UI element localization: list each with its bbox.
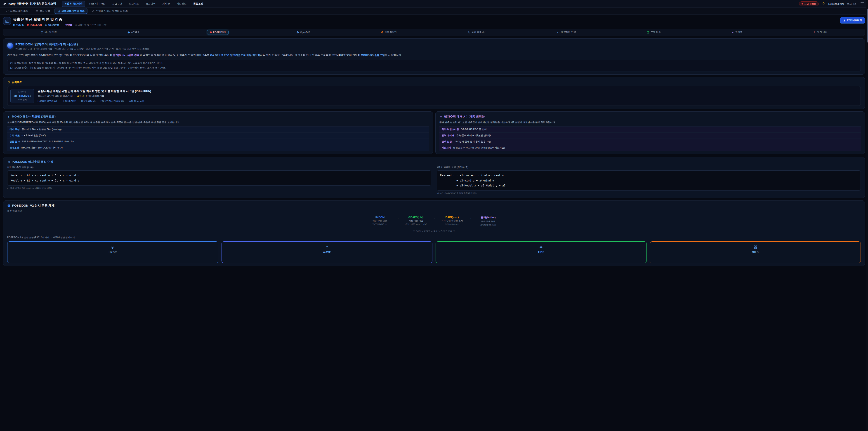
- optimization-spec-table: 최적화 알고리즘GA·DE·HS·PSO 중 선택 입력 데이터유속·풍속 벡터…: [439, 126, 861, 151]
- patent-number-label: 등록번호: [13, 91, 31, 94]
- nav-item-weather[interactable]: 기상정보: [174, 1, 189, 7]
- red-dot-icon: [210, 31, 212, 33]
- model2-label: 제2 입자추적 모델 (최적화 후): [437, 166, 861, 169]
- drifter-highlight: 뜰개(Drifter) 관측 경로: [113, 54, 140, 57]
- rocket-icon: [813, 31, 816, 34]
- app-title: 해양환경 위기대응 통합시스템: [17, 2, 56, 6]
- badge-poseidon: POSEIDON: [27, 24, 42, 26]
- logout-button[interactable]: 로그아웃: [847, 2, 857, 5]
- chip-weathering[interactable]: 풍화 프로세스: [465, 30, 489, 35]
- patent-meta: 발명자김도연·김용혁·김충기 외|출원인(주)아라종합기술: [37, 94, 151, 98]
- pdf-download-icon: [843, 19, 846, 22]
- nav-item-hns[interactable]: HNS·대기확산: [87, 1, 108, 7]
- source-dain: DAIN(.enc) 격자·수심·해안선·조석 정적 버전데이터: [438, 216, 466, 226]
- nav-item-reports[interactable]: 보고자료: [126, 1, 141, 7]
- user-name: Eunjeong Kim: [829, 2, 844, 5]
- wing-logo-icon: [3, 2, 7, 6]
- book-icon: [10, 62, 13, 65]
- tab-analysis-list[interactable]: 분석 목록: [33, 8, 53, 14]
- chip-system-overview[interactable]: 시스템 개요: [38, 30, 60, 35]
- formulas-section: POSEIDON 입자추적 핵심 수식 제1 입자추적 모델 (기본) Mode…: [3, 157, 865, 198]
- patent-box: 등록번호 10-1868791 2018 등록 유출유 확산 예측을 위한 입자…: [7, 86, 861, 106]
- module-icon: [7, 204, 10, 207]
- cloud-icon: [557, 31, 560, 34]
- patent-number-box: 등록번호 10-1868791 2018 등록: [10, 89, 34, 103]
- model1-caption: c : 풍속 가중치 (예: c=0.3 → 바람의 30% 반영): [7, 187, 431, 190]
- chip-future-direction[interactable]: 발전 방향: [810, 30, 830, 35]
- mohid-description: 포르투갈 IST/MARETEC에서 1985년부터 개발한 3D 수치 해양순…: [7, 120, 429, 124]
- patent-algorithm-chips: GA(유전알고리즘) DE(차분진화) HS(화음탐색) PSO(입자군집최적화…: [37, 100, 151, 103]
- patent-section: 등록특허 등록번호 10-1868791 2018 등록 유출유 확산 예측을 …: [3, 77, 865, 109]
- spec-row: 검증 결과SST RMSE 0.42~0.78°C, SLA RMSE 0.11…: [7, 139, 429, 145]
- incident-dot-icon: [802, 3, 803, 4]
- source-gdaps: GDAPS(UM) 바람·기온·기압 g512_v070_erea_*.grb2: [402, 216, 430, 225]
- incident-badge-label: 사고 진행중: [804, 2, 816, 5]
- model2-block: 제2 입자추적 모델 (최적화 후) Revised_x = a1·curren…: [437, 166, 861, 195]
- nav-item-board[interactable]: 게시판: [160, 1, 172, 7]
- data-prep-note: ▼ DATA → PREP → 격자 보간/좌표 변환 ▼: [7, 230, 861, 233]
- spec-row: 입력 데이터유속·풍속 벡터 + 제1모델 변화량: [439, 133, 861, 139]
- chip-de[interactable]: DE(차분진화): [62, 100, 76, 103]
- tab-oil-fence-theory[interactable]: 오일펜스 배치 알고리즘 이론: [89, 8, 131, 14]
- reference-1: 참고문헌 ① : 김도연·김용혁, "유출유 확산 예측을 위한 입자 추적 모…: [10, 62, 858, 65]
- chip-kosps[interactable]: KOSPS: [125, 30, 142, 35]
- reference-2: 참고문헌 ② : 이재호·임별라·김도연 외, "2016년 동아시아 해역의 …: [10, 66, 858, 69]
- page-subtitle: 라그랑지안 입자추적 이론 기반: [75, 23, 106, 26]
- chip-ocean-input[interactable]: 해양환경 입력: [554, 30, 579, 35]
- chip-hs[interactable]: HS(화음탐색): [81, 100, 96, 103]
- ring-dot-icon: [45, 24, 47, 26]
- nav-item-aerial-search[interactable]: 항공탐색: [143, 1, 158, 7]
- chip-poseidon[interactable]: POSEIDON: [207, 30, 228, 35]
- model2-caption: a1~a7 : GA/DE/PSO로 최적화된 매개변수: [437, 192, 861, 195]
- wind-icon: [467, 31, 470, 34]
- chip-particle-tracking[interactable]: 입자추적법: [378, 30, 400, 35]
- poseidon-section: POSEIDON (입자추적 최적화 예측 시스템) 한국해양연구원 · (주)…: [3, 38, 865, 74]
- module-hydr[interactable]: HYDR: [7, 241, 218, 263]
- flask-icon: [92, 10, 94, 12]
- book-icon: [10, 67, 13, 69]
- lightning-icon: [732, 31, 734, 34]
- nav-item-oil-spill-forecast[interactable]: 유출유 확산예측: [62, 1, 85, 7]
- oil-grid-icon: [753, 245, 757, 249]
- ring-dot-icon: [297, 31, 299, 33]
- pdf-export-button[interactable]: PDF 내보내기: [840, 17, 865, 24]
- chip-drifter-assimilation[interactable]: 뜰개 자동 동화: [129, 100, 144, 103]
- poseidon-title: POSEIDON (입자추적 최적화 예측 시스템): [16, 42, 149, 47]
- chip-model-validation[interactable]: 모델 검증: [644, 30, 664, 35]
- spec-row: 지원과제행정안전부 KCG-01-2017-05 (해양경비지원기술): [439, 145, 861, 151]
- module-tide[interactable]: TIDE: [436, 241, 647, 263]
- brand-name: Wing: [8, 2, 16, 5]
- optimization-description: 뜰개 관측 경로와 제1 모델 예측값의 단위시간별 변화량을 비교하여 제2 …: [439, 120, 861, 124]
- incident-status-badge[interactable]: 사고 진행중: [799, 1, 819, 6]
- menu-icon[interactable]: [860, 2, 865, 6]
- water-icon: [111, 245, 115, 249]
- badge-ensemble: 앙상블: [62, 23, 72, 26]
- page-header: 유출유 확산 모델 이론 및 검증 KOSPS POSEIDON: [3, 17, 865, 26]
- module-oils[interactable]: OILS: [650, 241, 861, 263]
- chip-opendrift[interactable]: OpenDrift: [293, 30, 313, 35]
- module-wave[interactable]: WAVE: [221, 241, 433, 263]
- chip-pso[interactable]: PSO(입자군집최적화): [101, 100, 124, 103]
- main-nav: 유출유 확산예측 HNS·대기확산 긴급구난 보고자료 항공탐색 게시판 기상정…: [62, 1, 206, 7]
- droplet-icon: [325, 245, 329, 249]
- tab-model-theory[interactable]: 유출유확산모델 이론: [55, 8, 88, 14]
- flow-arrow-icon: →: [433, 217, 435, 220]
- red-dot-icon: [27, 24, 29, 26]
- chip-ensemble[interactable]: 앙상블: [729, 30, 745, 35]
- nav-item-integrated-search[interactable]: 통합조회: [191, 1, 206, 7]
- chip-ga[interactable]: GA(유전알고리즘): [37, 100, 57, 103]
- scrollbar[interactable]: [866, 0, 868, 431]
- notification-bell-icon[interactable]: [822, 2, 825, 5]
- sub-tab-bar: 유출유 확산분석 분석 목록 유출유확산모델 이론 오일펜스 배치 알고리즘 이…: [0, 8, 868, 15]
- list-icon: [35, 10, 38, 12]
- page-title: 유출유 확산 모델 이론 및 검증: [13, 17, 106, 22]
- app-logo[interactable]: Wing 해양환경 위기대응 통합시스템: [3, 2, 56, 6]
- operation-title: POSEIDON_V2 상시 운용 체계: [12, 204, 55, 208]
- source-hycom: HYCOM 해류·수온·염분 YYYYMMDD.nc: [366, 216, 393, 225]
- scrollbar-thumb[interactable]: [867, 8, 868, 42]
- mohid-highlight: MOHID 3D 순환모델: [361, 54, 385, 57]
- nav-item-rescue[interactable]: 긴급구난: [110, 1, 125, 7]
- tab-spill-analysis[interactable]: 유출유 확산분석: [3, 8, 31, 14]
- section-nav: 시스템 개요 KOSPS POSEIDON OpenDrift 입자추적법: [3, 29, 865, 36]
- algorithm-highlight: GA·DE·HS·PSO 알고리즘으로 자동 최적화: [210, 54, 260, 57]
